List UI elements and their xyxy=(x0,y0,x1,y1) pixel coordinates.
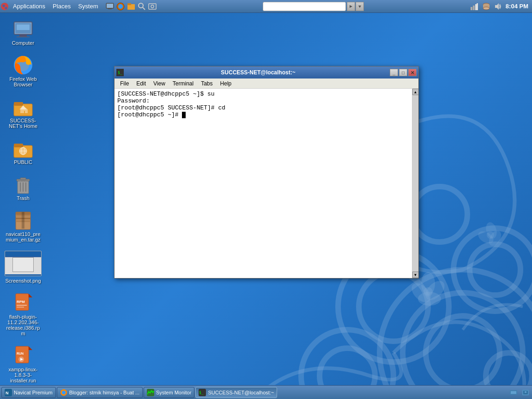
navicat-icon-label: navicat110_premium_en.tar.gz xyxy=(5,231,42,242)
terminal-window: $_ SUCCESS-NET@localhost:~ _ □ ✕ File Ed… xyxy=(114,66,419,278)
taskbar-item-navicat[interactable]: N Navicat Premium xyxy=(1,387,56,398)
terminal-taskbar-icon: $_ xyxy=(199,389,206,396)
taskbar-sysmon-label: System Monitor xyxy=(156,390,191,395)
terminal-line-2: Password: xyxy=(117,97,409,104)
panel-icon-5[interactable] xyxy=(148,2,157,11)
svg-point-7 xyxy=(412,187,467,242)
svg-rect-35 xyxy=(471,7,472,10)
svg-rect-48 xyxy=(17,24,30,30)
terminal-maximize-button[interactable]: □ xyxy=(399,69,407,76)
taskbar-right-icon-2[interactable] xyxy=(520,387,531,398)
svg-rect-62 xyxy=(20,178,26,180)
svg-point-90 xyxy=(62,391,66,394)
svg-line-30 xyxy=(143,7,145,10)
svg-text:RUN: RUN xyxy=(17,352,24,355)
svg-marker-33 xyxy=(350,5,352,8)
svg-rect-46 xyxy=(17,36,30,37)
panel-center xyxy=(157,2,469,11)
desktop-icon-xampp[interactable]: RUN xampp-linux-1.8.3-3-installer.run xyxy=(5,343,42,385)
taskbar-icon-2 xyxy=(521,388,530,397)
panel-logo[interactable]: 🐾 xyxy=(0,2,9,11)
desktop-icon-public[interactable]: PUBLIC xyxy=(5,135,42,167)
taskbar-item-blogger[interactable]: Blogger: stmik himsya - Buat ... xyxy=(57,387,143,398)
terminal-buttons: _ □ ✕ xyxy=(390,69,417,76)
svg-rect-36 xyxy=(473,6,475,10)
terminal-title: SUCCESS-NET@localhost:~ xyxy=(127,69,390,76)
terminal-menu-terminal[interactable]: Terminal xyxy=(169,79,197,88)
desktop-icon-firefox[interactable]: Firefox Web Browser xyxy=(5,52,42,89)
svg-rect-24 xyxy=(107,4,113,8)
top-panel: 🐾 Applications Places System xyxy=(0,0,532,13)
rpm-icon: RPM xyxy=(12,292,34,314)
svg-point-29 xyxy=(139,3,143,8)
panel-search-button[interactable] xyxy=(347,2,355,11)
terminal-menu-file[interactable]: File xyxy=(116,79,133,88)
svg-rect-31 xyxy=(149,4,156,9)
taskbar-terminal-label: SUCCESS-NET@localhost:~ xyxy=(208,390,274,395)
installer-icon: RUN xyxy=(12,345,34,367)
desktop-icon-home[interactable]: SUCCESS-NET's Home xyxy=(5,94,42,131)
screenshot-icon-label: Screenshot.png xyxy=(5,278,42,284)
desktop-icon-flash[interactable]: RPM flash-plugin-11.2.202.346-release.i3… xyxy=(5,290,42,338)
scrollbar-track[interactable] xyxy=(412,95,419,272)
svg-rect-56 xyxy=(14,144,23,147)
svg-rect-77 xyxy=(17,305,27,306)
tray-icon-1[interactable] xyxy=(470,2,479,11)
browser-icon xyxy=(116,2,125,11)
svg-rect-28 xyxy=(127,3,131,5)
tray-icon-3[interactable] xyxy=(494,2,503,11)
panel-search-down-button[interactable] xyxy=(356,2,364,11)
gnome-logo-icon: 🐾 xyxy=(0,2,9,11)
computer-icon xyxy=(12,18,34,40)
search-down-icon xyxy=(357,4,362,9)
terminal-close-button[interactable]: ✕ xyxy=(408,69,417,76)
trash-icon xyxy=(12,173,34,195)
terminal-menu-help[interactable]: Help xyxy=(217,79,236,88)
taskbar-item-sysmon[interactable]: System Monitor xyxy=(144,387,194,398)
panel-search-input[interactable] xyxy=(263,2,346,11)
applications-menu[interactable]: Applications xyxy=(9,0,49,12)
terminal-menu-edit[interactable]: Edit xyxy=(133,79,150,88)
terminal-cursor xyxy=(182,112,186,118)
desktop-icon-computer[interactable]: Computer xyxy=(5,16,42,48)
svg-text:RPM: RPM xyxy=(17,300,25,304)
taskbar-right-icon-1[interactable] xyxy=(508,387,519,398)
home-folder-icon xyxy=(12,96,34,118)
svg-point-19 xyxy=(487,231,494,239)
svg-rect-72 xyxy=(22,212,24,229)
system-menu[interactable]: System xyxy=(74,0,102,12)
svg-rect-52 xyxy=(14,102,23,106)
terminal-minimize-button[interactable]: _ xyxy=(390,69,398,76)
terminal-content[interactable]: [SUCCESS-NET@dhcppc5 ~]$ su Password: [r… xyxy=(115,89,412,278)
svg-rect-23 xyxy=(108,8,112,9)
screenshot-icon xyxy=(148,2,157,11)
svg-text:🐾: 🐾 xyxy=(2,4,8,10)
tray-icon-2[interactable] xyxy=(482,2,491,11)
desktop-icon-trash[interactable]: Trash xyxy=(5,171,42,203)
scrollbar-down-button[interactable]: ▼ xyxy=(412,272,419,278)
terminal-menu-tabs[interactable]: Tabs xyxy=(197,79,216,88)
panel-icon-2[interactable] xyxy=(116,2,125,11)
storage-icon xyxy=(482,2,490,11)
desktop-icon-navicat[interactable]: navicat110_premium_en.tar.gz xyxy=(5,207,42,244)
panel-icon-1[interactable] xyxy=(105,2,115,11)
taskbar-item-terminal[interactable]: $_ SUCCESS-NET@localhost:~ xyxy=(195,387,277,398)
terminal-titlebar: $_ SUCCESS-NET@localhost:~ _ □ ✕ xyxy=(115,66,418,79)
volume-icon xyxy=(494,2,502,11)
svg-marker-81 xyxy=(29,346,32,350)
public-folder-icon xyxy=(12,137,34,159)
desktop: 🐾 Applications Places System xyxy=(0,0,532,399)
search-arrow-icon xyxy=(349,4,353,9)
svg-point-15 xyxy=(423,287,433,296)
panel-icon-3[interactable] xyxy=(127,2,136,11)
sysmon-taskbar-icon xyxy=(147,389,154,396)
panel-icon-4[interactable] xyxy=(137,2,146,11)
desktop-icon-screenshot[interactable]: Screenshot.png xyxy=(5,249,42,285)
terminal-icon: $_ xyxy=(117,69,123,76)
desktop-icons-column: Computer Firefox Web Browser SUCCESS-N xyxy=(5,16,42,385)
places-menu[interactable]: Places xyxy=(49,0,74,12)
terminal-scrollbar: ▲ ▼ xyxy=(412,89,418,278)
terminal-menu-view[interactable]: View xyxy=(150,79,169,88)
firefox-icon-label: Firefox Web Browser xyxy=(5,76,42,87)
scrollbar-up-button[interactable]: ▲ xyxy=(412,89,419,95)
